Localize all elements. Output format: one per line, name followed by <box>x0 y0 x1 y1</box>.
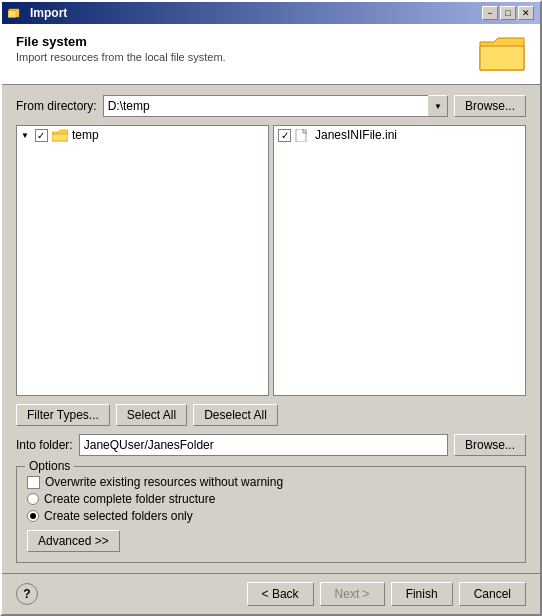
title-bar: Import − □ ✕ <box>2 2 540 24</box>
deselect-all-button[interactable]: Deselect All <box>193 404 278 426</box>
folder-large-icon <box>478 34 526 74</box>
right-panel-checkbox[interactable] <box>278 129 291 142</box>
buttons-row: Filter Types... Select All Deselect All <box>16 404 526 426</box>
right-panel-item-label: JanesINIFile.ini <box>315 128 397 142</box>
overwrite-checkbox[interactable] <box>27 476 40 489</box>
folder-small-icon <box>52 129 68 142</box>
complete-folder-radio[interactable] <box>27 493 39 505</box>
directory-combo: ▼ <box>103 95 448 117</box>
header-title: File system <box>16 34 226 49</box>
cancel-button[interactable]: Cancel <box>459 582 526 606</box>
title-bar-buttons: − □ ✕ <box>482 6 534 20</box>
combo-arrow-button[interactable]: ▼ <box>428 95 448 117</box>
select-all-button[interactable]: Select All <box>116 404 187 426</box>
bottom-left: ? <box>16 583 38 605</box>
complete-folder-label: Create complete folder structure <box>44 492 215 506</box>
advanced-button[interactable]: Advanced >> <box>27 530 120 552</box>
filter-types-button[interactable]: Filter Types... <box>16 404 110 426</box>
into-folder-browse-button[interactable]: Browse... <box>454 434 526 456</box>
directory-input[interactable] <box>103 95 428 117</box>
help-button[interactable]: ? <box>16 583 38 605</box>
finish-button[interactable]: Finish <box>391 582 453 606</box>
right-file-panel[interactable]: JanesINIFile.ini <box>273 125 526 396</box>
selected-folders-label: Create selected folders only <box>44 509 193 523</box>
header-section: File system Import resources from the lo… <box>2 24 540 85</box>
maximize-button[interactable]: □ <box>500 6 516 20</box>
from-directory-row: From directory: ▼ Browse... <box>16 95 526 117</box>
overwrite-label: Overwrite existing resources without war… <box>45 475 283 489</box>
file-small-icon <box>295 129 311 142</box>
options-legend: Options <box>25 459 74 473</box>
into-folder-row: Into folder: Browse... <box>16 434 526 456</box>
header-text: File system Import resources from the lo… <box>16 34 226 63</box>
left-file-panel[interactable]: ▼ temp <box>16 125 269 396</box>
tree-expand-icon: ▼ <box>21 131 29 140</box>
folder-svg <box>478 34 526 74</box>
back-button[interactable]: < Back <box>247 582 314 606</box>
bottom-right: < Back Next > Finish Cancel <box>247 582 526 606</box>
into-folder-input[interactable] <box>79 434 448 456</box>
import-icon <box>8 5 24 21</box>
import-dialog: Import − □ ✕ File system Import resource… <box>0 0 542 616</box>
title-bar-title: Import <box>8 5 67 21</box>
options-group: Options Overwrite existing resources wit… <box>16 466 526 563</box>
overwrite-option-row: Overwrite existing resources without war… <box>27 475 515 489</box>
minimize-button[interactable]: − <box>482 6 498 20</box>
complete-folder-option-row: Create complete folder structure <box>27 492 515 506</box>
selected-folders-option-row: Create selected folders only <box>27 509 515 523</box>
main-body: From directory: ▼ Browse... ▼ temp <box>2 85 540 573</box>
list-item: ▼ temp <box>17 126 268 144</box>
from-directory-label: From directory: <box>16 99 97 113</box>
header-subtitle: Import resources from the local file sys… <box>16 51 226 63</box>
selected-folders-radio[interactable] <box>27 510 39 522</box>
left-panel-item-label: temp <box>72 128 99 142</box>
left-panel-checkbox[interactable] <box>35 129 48 142</box>
into-folder-label: Into folder: <box>16 438 73 452</box>
window-title: Import <box>30 6 67 20</box>
svg-rect-1 <box>8 11 16 18</box>
close-button[interactable]: ✕ <box>518 6 534 20</box>
list-item: JanesINIFile.ini <box>274 126 525 144</box>
file-panels: ▼ temp JanesINIFi <box>16 125 526 396</box>
bottom-bar: ? < Back Next > Finish Cancel <box>2 573 540 614</box>
next-button[interactable]: Next > <box>320 582 385 606</box>
from-directory-browse-button[interactable]: Browse... <box>454 95 526 117</box>
